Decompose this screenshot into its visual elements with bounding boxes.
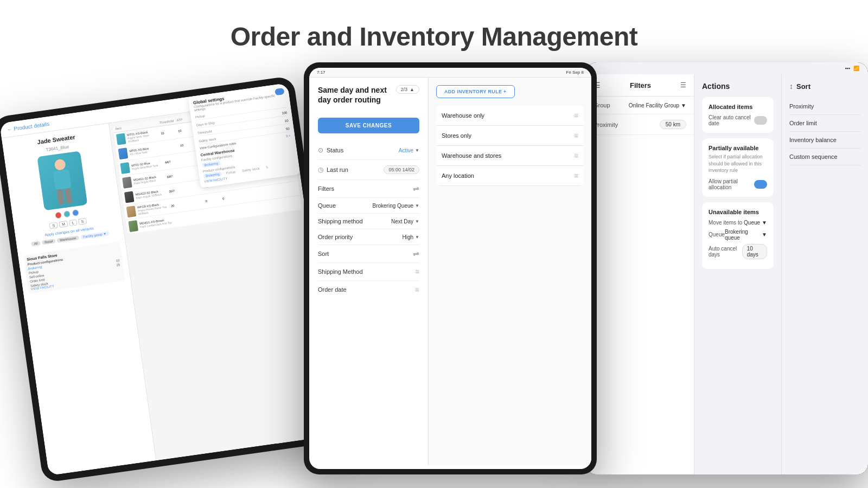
item-thumb [120,162,130,174]
filters-panel: ☰ Filters ☰ Group Online Facility Group … [586,74,694,474]
status-value: Active [399,147,413,153]
location-any: Any location ≡ [436,166,584,186]
sort-row[interactable]: Sort ⇌ [318,245,419,263]
location-options: Warehouse only ≡ Stores only ≡ Warehouse… [436,106,584,186]
middle-content: Same day and next day order routing 2/3 … [309,78,591,465]
proximity-value: 50 km [660,120,686,129]
queue-dropdown2: ▼ [762,232,767,237]
size-l[interactable]: L [69,219,77,226]
priority-dropdown[interactable]: ▼ [415,235,419,240]
sort-item-custom-sequence[interactable]: Custom sequence [789,149,860,165]
filters-group-row: Group Online Facility Group ▼ [586,97,694,114]
clear-date-toggle[interactable] [754,116,767,125]
sort-item-proximity[interactable]: Proximity [789,98,860,115]
priority-value[interactable]: High ▼ [403,234,420,240]
col-threshold: Threshold [159,119,176,124]
product-sku: T3041_Blue [46,144,69,152]
back-button[interactable]: ← Product details [7,121,50,133]
right-content: ☰ Filters ☰ Group Online Facility Group … [586,74,868,474]
filters-header: ☰ Filters ☰ [586,74,694,97]
shipping-dropdown[interactable]: ▼ [415,219,419,224]
item-thumb [122,177,132,189]
color-swatches [54,209,79,219]
config-pickup: Pickup [224,169,238,176]
right-panel-screen: ▪▪▪ 📶 ☰ Filters ☰ Group Online Facility … [586,62,868,474]
queue-value2[interactable]: Brokering queue ▼ [725,229,767,241]
proximity-row: Proximity 50 km [586,114,694,135]
facility-tabs: All Retail Warehouse Facility group ▼ [31,231,109,246]
drag-handle-shipping: ≡ [415,267,419,276]
status-row: ⊙ Status Active ▼ [318,141,419,160]
shipping-method2-row: Shipping Method ≡ [318,263,419,281]
signal-icon: ▪▪▪ [845,66,850,71]
middle-right-panel: ADD INVENTORY RULE + Warehouse only ≡ St… [429,78,591,465]
svg-rect-2 [56,189,65,205]
sort-panel: ↕ Sort Proximity Order limit Inventory b… [781,74,868,474]
item-thumb [118,147,129,159]
proximity-label: Proximity [593,121,618,128]
left-tablet: ← Product details Jade Sweater T3041_Blu… [0,75,344,483]
last-run-row: ◷ Last run 05:00 14/02 [318,160,419,180]
swatch-blue[interactable] [72,209,79,217]
tab-retail[interactable]: Retail [42,239,56,245]
drag-handle-date: ≡ [415,285,419,294]
save-changes-button[interactable]: SAVE CHANGES [318,118,419,133]
queue-value[interactable]: Brokering Queue ▼ [372,203,419,209]
allow-partial-label: Allow partial allocation [709,178,754,190]
svg-point-0 [54,158,66,171]
timer-icon: ◷ [318,166,323,174]
status-dropdown-arrow[interactable]: ▼ [415,148,419,153]
drag-handle-warehouse[interactable]: ≡ [574,111,578,120]
queue-row2: Queue Brokering queue ▼ [709,229,767,241]
swatch-red[interactable] [54,211,62,219]
sort-item-inventory-balance[interactable]: Inventory balance [789,132,860,149]
add-inventory-rule-button[interactable]: ADD INVENTORY RULE + [436,85,515,98]
devices-area: ← Product details Jade Sweater T3041_Blu… [0,62,868,469]
unavailable-items-card: Unavailable items Move items to Queue ▼ … [702,202,774,269]
tab-warehouse[interactable]: Warehouse [57,235,79,243]
move-items-value[interactable]: Queue ▼ [744,220,767,226]
queue-row: Queue Brokering Queue ▼ [318,198,419,214]
page-title: Order and Inventory Management [0,22,868,52]
allow-partial-toggle[interactable] [754,180,767,189]
actions-title: Actions [702,82,774,91]
product-screen: ← Product details Jade Sweater T3041_Blu… [0,83,337,476]
shipping-value[interactable]: Next Day ▼ [391,219,419,224]
sort-item-order-limit[interactable]: Order limit [789,115,860,132]
drag-handle-warehouse-stores[interactable]: ≡ [574,151,578,160]
group-dropdown-arrow: ▼ [681,102,686,108]
svg-rect-3 [64,188,72,204]
product-image [37,151,87,210]
partial-title: Partially available [709,145,767,151]
size-s2[interactable]: S [78,218,87,225]
move-items-row: Move items to Queue ▼ [709,220,767,226]
size-s[interactable]: S [49,222,58,229]
size-m[interactable]: M [59,221,68,228]
order-priority-row: Order priority High ▼ [318,229,419,245]
group-value[interactable]: Online Facility Group ▼ [629,102,686,108]
filter-icon: ⇌ [413,184,419,193]
item-thumb [128,220,138,232]
item-thumb [126,206,137,217]
drag-handle-stores[interactable]: ≡ [574,131,578,140]
routing-title: Same day and next day order routing [318,85,396,105]
swatch-teal[interactable] [63,210,71,218]
sort-icon: ⇌ [413,249,419,258]
right-status-bar: ▪▪▪ 📶 [586,62,868,74]
tab-all[interactable]: All [31,241,41,246]
wifi-icon: 📶 [853,66,859,71]
drag-handle-any[interactable]: ≡ [574,171,578,180]
rule-counter: 2/3 ▲ [396,85,419,94]
filters-row[interactable]: Filters ⇌ [318,180,419,198]
queue-dropdown-arrow[interactable]: ▼ [415,203,419,208]
left-tablet-screen: ← Product details Jade Sweater T3041_Blu… [0,83,337,476]
page-title-area: Order and Inventory Management [0,0,868,62]
actions-panel: Actions Allocated items Clear auto cance… [694,74,781,474]
item-thumb [124,191,135,203]
unavailable-title: Unavailable items [709,209,767,215]
central-brokering: Brokering [202,161,220,168]
move-dropdown: ▼ [762,220,767,226]
last-run-label: ◷ Last run [318,166,348,174]
tab-facility-group[interactable]: Facility group ▼ [80,231,110,239]
filter-right-icon: ☰ [680,81,686,89]
